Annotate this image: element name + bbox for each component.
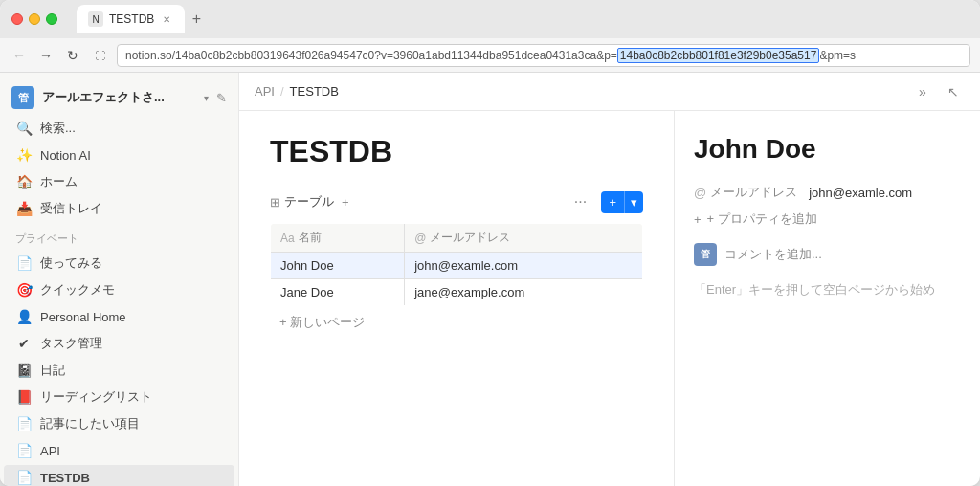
table-options-button[interactable]: ··· [567, 188, 593, 215]
back-button[interactable]: ← [10, 46, 29, 65]
testdb-label: TESTDB [40, 471, 90, 485]
prop-email-value: john@examle.com [809, 186, 912, 200]
task-management-label: タスク管理 [40, 335, 102, 352]
api-icon: 📄 [15, 442, 33, 459]
sidebar-item-reading-list[interactable]: 📕 リーディングリスト [4, 385, 234, 409]
sidebar-item-article-items[interactable]: 📄 記事にしたい項目 [4, 411, 234, 436]
refresh-button[interactable]: ↻ [63, 46, 82, 65]
workspace-icon: 管 [11, 86, 34, 109]
col-name-header: Aa 名前 [271, 224, 405, 253]
panel-property-email: @ メールアドレス john@examle.com [694, 184, 961, 201]
active-tab[interactable]: N TESTDB ✕ [77, 5, 185, 33]
row1-email[interactable]: john@examle.com [405, 253, 643, 279]
comment-area[interactable]: 管 コメントを追加... [694, 243, 961, 266]
private-section-label: プライベート [0, 222, 238, 250]
quick-memo-icon: 🎯 [15, 281, 33, 298]
prop-email-label: メールアドレス [710, 184, 797, 201]
table-add-group: + ▾ [601, 191, 643, 213]
sidebar-item-quick-memo[interactable]: 🎯 クイックメモ [4, 277, 234, 302]
maximize-button[interactable] [46, 13, 57, 25]
address-bar: ← → ↻ ⛶ notion.so/14ba0c8b2cbb80319643f0… [0, 38, 980, 73]
inbox-label: 受信トレイ [40, 200, 102, 217]
tab-bar: N TESTDB ✕ + [77, 5, 208, 33]
sidebar-item-home[interactable]: 🏠 ホーム [4, 169, 234, 194]
cursor-icon[interactable]: ↖ [942, 80, 965, 103]
search-label: 検索... [40, 120, 76, 137]
sidebar-item-api[interactable]: 📄 API [4, 438, 234, 463]
close-button[interactable] [11, 13, 23, 25]
main-layout: 管 アールエフェクトさ... ▾ ✎ 🔍 検索... ✨ Notion AI 🏠… [0, 73, 980, 486]
breadcrumb-parent[interactable]: API [255, 84, 275, 99]
testdb-icon: 📄 [15, 469, 33, 486]
edit-icon[interactable]: ✎ [216, 91, 227, 105]
table-row[interactable]: John Doe john@examle.com [271, 253, 643, 279]
forward-button[interactable]: → [36, 46, 56, 65]
url-suffix: &pm=s [819, 49, 856, 62]
sidebar-item-inbox[interactable]: 📥 受信トレイ [4, 196, 234, 221]
reading-list-icon: 📕 [15, 388, 33, 406]
add-view-button[interactable]: + [342, 195, 349, 210]
panel-title: John Doe [694, 134, 961, 165]
table-add-button[interactable]: + [601, 191, 624, 213]
sidebar-item-task-management[interactable]: ✔ タスク管理 [4, 331, 234, 356]
col-name-type: Aa [280, 232, 295, 245]
notion-ai-label: Notion AI [40, 148, 91, 163]
table-toolbar: ⊞ テーブル + ··· + ▾ [270, 188, 643, 215]
page-content: TESTDB ⊞ テーブル + ··· + ▾ [239, 111, 980, 486]
row1-name[interactable]: John Doe [271, 253, 405, 279]
email-at-icon: @ [694, 186, 706, 200]
new-tab-button[interactable]: + [185, 8, 208, 31]
table-header-row: Aa 名前 @ メールアドレス [271, 224, 643, 253]
inbox-icon: 📥 [15, 200, 33, 217]
tab-favicon: N [88, 11, 103, 27]
sidebar-item-testdb[interactable]: 📄 TESTDB [4, 465, 234, 486]
new-page-row[interactable]: + 新しいページ [270, 306, 643, 339]
url-highlighted: 14ba0c8b2cbb801f81e3f29b0e35a517 [617, 48, 820, 63]
page-main: TESTDB ⊞ テーブル + ··· + ▾ [239, 111, 674, 486]
titlebar: N TESTDB ✕ + [0, 0, 980, 38]
personal-home-icon: 👤 [15, 308, 33, 325]
table-view-text: テーブル [284, 193, 334, 210]
workspace-header[interactable]: 管 アールエフェクトさ... ▾ ✎ [0, 80, 238, 115]
page-title: TESTDB [270, 134, 643, 169]
workspace-chevron-icon: ▾ [204, 93, 209, 103]
expand-icon[interactable]: » [911, 80, 934, 103]
sidebar-item-notion-ai[interactable]: ✨ Notion AI [4, 143, 234, 167]
tab-close-button[interactable]: ✕ [160, 12, 173, 26]
home-icon: 🏠 [15, 173, 33, 190]
url-bar[interactable]: notion.so/14ba0c8b2cbb80319643f026a94547… [117, 44, 970, 67]
url-prefix: notion.so/14ba0c8b2cbb80319643f026a94547… [125, 49, 617, 62]
sidebar-item-search[interactable]: 🔍 検索... [4, 116, 234, 141]
diary-label: 日記 [40, 362, 65, 379]
row2-email[interactable]: jane@example.com [405, 279, 643, 306]
traffic-lights [11, 13, 57, 25]
diary-icon: 📓 [15, 362, 33, 379]
article-items-icon: 📄 [15, 415, 33, 432]
add-property-plus: + [694, 212, 702, 227]
sidebar-item-try-it[interactable]: 📄 使ってみる [4, 251, 234, 276]
new-page-label: + 新しいページ [279, 314, 365, 331]
row2-name[interactable]: Jane Doe [271, 279, 405, 306]
content-topbar: API / TESTDB » ↖ [239, 73, 980, 111]
sidebar-item-diary[interactable]: 📓 日記 [4, 358, 234, 383]
comment-avatar: 管 [694, 243, 717, 266]
database-table: Aa 名前 @ メールアドレス [270, 223, 643, 306]
content-area: API / TESTDB » ↖ TESTDB ⊞ [239, 73, 980, 486]
breadcrumb: API / TESTDB [255, 84, 911, 99]
add-property-button[interactable]: + + プロパティを追加 [694, 210, 961, 228]
search-icon: 🔍 [15, 120, 33, 137]
personal-home-label: Personal Home [40, 310, 126, 324]
bookmark-icon: ⛶ [90, 46, 109, 65]
col-name-label: 名前 [299, 230, 322, 246]
table-view-label[interactable]: ⊞ テーブル [270, 193, 334, 210]
col-email-header: @ メールアドレス [405, 224, 643, 253]
quick-memo-label: クイックメモ [40, 281, 115, 298]
tab-title: TESTDB [109, 12, 154, 26]
minimize-button[interactable] [29, 13, 40, 25]
breadcrumb-current: TESTDB [290, 84, 339, 99]
sidebar-item-personal-home[interactable]: 👤 Personal Home [4, 304, 234, 329]
table-row[interactable]: Jane Doe jane@example.com [271, 279, 643, 306]
col-email-label: メールアドレス [430, 230, 510, 246]
home-label: ホーム [40, 173, 78, 190]
table-dropdown-button[interactable]: ▾ [624, 191, 643, 213]
